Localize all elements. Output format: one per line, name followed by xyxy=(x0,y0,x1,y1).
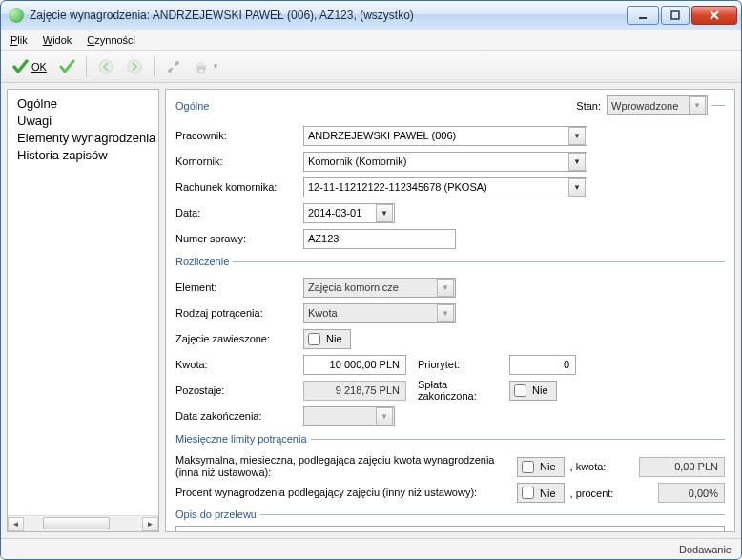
close-button[interactable] xyxy=(691,6,737,25)
stan-value: Wprowadzone xyxy=(608,100,689,112)
komornik-label: Komornik: xyxy=(175,156,298,167)
kwota-input[interactable]: 10 000,00 PLN xyxy=(303,355,406,375)
splata-value: Nie xyxy=(532,384,548,396)
rodzaj-value: Kwota xyxy=(304,307,437,319)
maximize-button[interactable] xyxy=(661,6,690,25)
komornik-combo[interactable]: Komornik (Komornik) ▼ xyxy=(303,152,587,172)
numer-input[interactable]: AZ123 xyxy=(303,229,456,249)
nav-item-elementy[interactable]: Elementy wynagrodzenia xyxy=(17,130,149,147)
maks-post-label: , kwota: xyxy=(570,461,607,472)
status-state: Dodawanie xyxy=(679,544,732,555)
chevron-down-icon: ▼ xyxy=(376,204,393,222)
pozostaje-value: 9 218,75 PLN xyxy=(336,384,400,396)
komornik-value: Komornik (Komornik) xyxy=(304,156,568,167)
stan-combo[interactable]: Wprowadzone ▼ xyxy=(607,95,708,115)
proc-label: Procent wynagrodzenia podlegający zajęci… xyxy=(175,487,511,499)
tools-icon xyxy=(166,59,181,74)
checkbox-icon[interactable] xyxy=(522,461,534,473)
nav-tree: Ogólne Uwagi Elementy wynagrodzenia Hist… xyxy=(8,90,158,515)
rodzaj-combo: Kwota ▼ xyxy=(303,303,456,323)
scroll-left-icon[interactable]: ◄ xyxy=(8,517,24,531)
section-miesieczne-title: Miesięczne limity potrącenia xyxy=(175,433,311,445)
chevron-down-icon: ▼ xyxy=(568,178,586,197)
priorytet-value: 0 xyxy=(564,359,569,370)
nav-forward-button[interactable] xyxy=(121,54,148,79)
opis-input[interactable] xyxy=(175,526,725,532)
pozostaje-label: Pozostaje: xyxy=(175,384,298,396)
maks-check[interactable]: Nie xyxy=(517,457,565,477)
titlebar: Zajęcie wynagrodzenia: ANDRZEJEWSKI PAWE… xyxy=(1,1,741,30)
proc-chk-value: Nie xyxy=(540,487,556,499)
rachunek-label: Rachunek komornika: xyxy=(175,181,298,193)
zawieszone-label: Zajęcie zawieszone: xyxy=(175,333,298,344)
proc-value-readonly: 0,00% xyxy=(658,483,725,503)
toolbar: OK ▼ xyxy=(1,51,741,83)
stan-label: Stan: xyxy=(576,100,601,112)
statusbar: Dodawanie xyxy=(1,538,741,559)
numer-label: Numer sprawy: xyxy=(175,233,298,244)
nav-item-historia[interactable]: Historia zapisów xyxy=(17,147,149,164)
pozostaje-readonly: 9 218,75 PLN xyxy=(303,381,406,401)
svg-rect-7 xyxy=(198,62,204,66)
checkbox-icon[interactable] xyxy=(514,384,526,397)
scroll-track[interactable] xyxy=(24,517,142,531)
minimize-icon xyxy=(638,10,648,20)
proc-value: 0,00% xyxy=(689,487,718,499)
left-hscrollbar[interactable]: ◄ ► xyxy=(8,515,158,531)
window-buttons xyxy=(625,6,737,25)
tools-button[interactable] xyxy=(160,54,187,79)
element-combo[interactable]: Zajęcia komornicze ▼ xyxy=(303,278,456,298)
left-pane: Ogólne Uwagi Elementy wynagrodzenia Hist… xyxy=(7,89,159,532)
chevron-down-icon: ▼ xyxy=(437,279,454,297)
fieldset-miesieczne: Miesięczne limity potrącenia Maksymalna,… xyxy=(175,433,725,503)
arrow-right-icon xyxy=(127,59,142,74)
zawieszone-check[interactable]: Nie xyxy=(303,329,351,349)
pracownik-label: Pracownik: xyxy=(175,130,298,141)
svg-rect-0 xyxy=(639,17,647,19)
menu-czynnosci[interactable]: Czynności xyxy=(87,34,135,46)
element-value: Zajęcia komornicze xyxy=(304,281,437,293)
form-pane: Ogólne Stan: Wprowadzone ▼ Pracownik: AN… xyxy=(165,89,735,532)
maks-value-readonly: 0,00 PLN xyxy=(639,457,725,477)
datazak-label: Data zakończenia: xyxy=(175,410,298,422)
nav-item-uwagi[interactable]: Uwagi xyxy=(17,113,149,130)
chevron-down-icon: ▼ xyxy=(376,407,393,425)
checkbox-icon[interactable] xyxy=(522,487,534,499)
nav-item-ogolne[interactable]: Ogólne xyxy=(17,95,149,113)
minimize-button[interactable] xyxy=(627,6,659,25)
print-button[interactable]: ▼ xyxy=(189,54,224,79)
data-label: Data: xyxy=(175,207,298,218)
splata-check[interactable]: Nie xyxy=(509,381,557,401)
nav-back-button[interactable] xyxy=(93,54,119,79)
scroll-thumb[interactable] xyxy=(43,517,110,529)
printer-icon xyxy=(194,59,209,74)
toolbar-separator xyxy=(86,56,87,77)
menu-plik[interactable]: Plik xyxy=(10,34,28,46)
datazak-datepicker[interactable]: ▼ xyxy=(303,406,395,426)
data-value: 2014-03-01 xyxy=(304,207,376,218)
rodzaj-label: Rodzaj potrącenia: xyxy=(175,307,298,319)
window-title: Zajęcie wynagrodzenia: ANDRZEJEWSKI PAWE… xyxy=(30,9,625,22)
ok-label: OK xyxy=(31,61,47,73)
check-green-icon xyxy=(11,58,29,75)
ok-button[interactable]: OK xyxy=(7,54,52,79)
pracownik-combo[interactable]: ANDRZEJEWSKI PAWEŁ (006) ▼ xyxy=(303,126,587,146)
chevron-down-icon: ▼ xyxy=(689,96,706,114)
fieldset-rozliczenie: Rozliczenie Element: Zajęcia komornicze … xyxy=(175,256,725,427)
section-ogolne-title: Ogólne xyxy=(175,100,209,112)
maks-label: Maksymalna, miesieczna, podlegająca zaję… xyxy=(175,454,511,479)
menu-widok[interactable]: Widok xyxy=(43,34,72,46)
checkbox-icon[interactable] xyxy=(308,333,320,345)
maks-chk-value: Nie xyxy=(540,461,556,472)
svg-rect-1 xyxy=(671,11,679,19)
scroll-right-icon[interactable]: ► xyxy=(142,517,158,531)
rachunek-combo[interactable]: 12-11-11212122-112345678 (PKOSA) ▼ xyxy=(303,177,587,197)
data-datepicker[interactable]: 2014-03-01 ▼ xyxy=(303,203,395,223)
svg-point-2 xyxy=(99,60,113,73)
rachunek-value: 12-11-11212122-112345678 (PKOSA) xyxy=(304,181,568,193)
priorytet-input[interactable]: 0 xyxy=(509,355,576,375)
app-icon xyxy=(9,8,24,23)
proc-check[interactable]: Nie xyxy=(517,483,565,503)
element-label: Element: xyxy=(175,281,298,293)
apply-button[interactable] xyxy=(53,54,80,79)
